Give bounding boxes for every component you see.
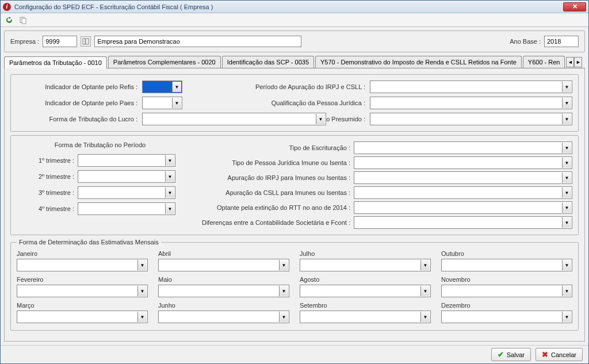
chevron-down-icon: ▼ [420, 286, 430, 296]
dif-select[interactable]: ▼ [354, 216, 572, 229]
forma-label: Forma de Tributação do Lucro : [17, 116, 137, 122]
chevron-down-icon: ▼ [562, 286, 571, 296]
empresa-label: Empresa : [10, 38, 39, 45]
chevron-down-icon: ▼ [562, 158, 571, 168]
close-button[interactable]: ✕ [563, 2, 586, 12]
save-label: Salvar [507, 351, 525, 358]
month-label: Agosto [300, 276, 431, 283]
rtt-label: Optante pela extinção do RTT no ano de 2… [195, 204, 350, 211]
t1-select[interactable]: ▼ [78, 154, 175, 167]
month-label: Maio [158, 276, 289, 283]
refresh-icon[interactable] [4, 15, 14, 25]
t4-label: 4º trimestre : [17, 205, 74, 212]
tab-scroll-left[interactable]: ◄ [566, 57, 574, 67]
chevron-down-icon: ▼ [316, 114, 325, 124]
month-setembro-select[interactable]: ▼ [300, 311, 431, 323]
chevron-down-icon: ▼ [562, 312, 571, 322]
t3-select[interactable]: ▼ [78, 186, 175, 199]
tab-scroll-right[interactable]: ► [574, 57, 582, 67]
check-icon: ✔ [498, 350, 504, 359]
rtt-select[interactable]: ▼ [354, 201, 572, 214]
month-outubro-select[interactable]: ▼ [441, 259, 572, 271]
tipo-pj-label: Tipo de Pessoa Jurídica Imune ou Isenta … [195, 159, 350, 166]
chevron-down-icon: ▼ [165, 155, 174, 166]
qualif-select[interactable]: ▼ [370, 97, 572, 109]
apur-irpj-label: Apuração do IRPJ para Imunes ou Isentas … [195, 174, 350, 181]
month-label: Março [17, 302, 148, 309]
tipo-escr-select[interactable]: ▼ [354, 141, 572, 154]
refis-select[interactable]: ▼ [142, 81, 182, 93]
month-fevereiro-select[interactable]: ▼ [17, 285, 148, 297]
paes-label: Indicador de Optante pelo Paes : [17, 99, 137, 106]
month-julho-select[interactable]: ▼ [300, 259, 431, 271]
month-label: Abril [158, 250, 289, 257]
month-label: Setembro [300, 302, 431, 309]
criterio-select[interactable]: ▼ [370, 113, 572, 125]
chevron-down-icon: ▼ [562, 98, 571, 108]
anobase-input[interactable] [544, 36, 579, 47]
periodo-label: Período de Apuração do IRPJ e CSLL : [221, 83, 365, 90]
month-agosto-select[interactable]: ▼ [300, 285, 431, 297]
chevron-down-icon: ▼ [172, 82, 181, 92]
section-periodo-escrituracao: Forma de Tributação no Período 1º trimes… [10, 135, 579, 235]
chevron-down-icon: ▼ [165, 204, 174, 214]
month-maio-select[interactable]: ▼ [158, 285, 289, 297]
month-marco-select[interactable]: ▼ [17, 311, 148, 323]
apur-csll-select[interactable]: ▼ [354, 186, 572, 199]
tab-panel: Indicador de Optante pelo Refis : ▼ Perí… [4, 68, 585, 342]
window-title: Configuração do SPED ECF - Escrituração … [14, 3, 563, 10]
month-label: Julho [300, 250, 431, 257]
tab-y600[interactable]: Y600 - Ren [523, 56, 565, 68]
month-label: Janeiro [17, 250, 148, 257]
t2-select[interactable]: ▼ [78, 170, 175, 183]
empresa-name-input[interactable] [94, 36, 301, 47]
copy-icon[interactable] [18, 15, 28, 25]
chevron-down-icon: ▼ [562, 143, 571, 153]
apur-irpj-select[interactable]: ▼ [354, 171, 572, 184]
cancel-button[interactable]: ✖ Cancelar [536, 348, 583, 361]
t1-label: 1º trimestre : [17, 157, 74, 164]
titlebar: i Configuração do SPED ECF - Escrituraçã… [1, 1, 588, 13]
paes-select[interactable]: ▼ [142, 97, 182, 109]
t3-label: 3º trimestre : [17, 189, 74, 196]
save-button[interactable]: ✔ Salvar [491, 348, 531, 361]
tipo-pj-select[interactable]: ▼ [354, 156, 572, 169]
chevron-down-icon: ▼ [165, 171, 174, 182]
chevron-down-icon: ▼ [562, 82, 571, 92]
main-window: i Configuração do SPED ECF - Escrituraçã… [0, 0, 589, 364]
chevron-down-icon: ▼ [562, 202, 571, 213]
trimestres-column: Forma de Tributação no Período 1º trimes… [17, 141, 183, 229]
chevron-down-icon: ▼ [279, 286, 288, 296]
month-label: Outubro [441, 250, 572, 257]
tab-strip: Parâmetros da Tributação - 0010 Parâmetr… [4, 56, 585, 68]
month-abril-select[interactable]: ▼ [158, 259, 289, 271]
tab-parametros-complementares[interactable]: Parâmetros Complementares - 0020 [108, 56, 221, 68]
t4-select[interactable]: ▼ [78, 202, 175, 215]
header-row: Empresa : Ano Base : [4, 30, 585, 52]
periodo-select[interactable]: ▼ [370, 81, 572, 93]
apur-csll-label: Apuração da CSLL para Imunes ou Isentas … [195, 189, 350, 196]
t2-label: 2º trimestre : [17, 173, 74, 180]
app-icon: i [3, 3, 11, 11]
chevron-down-icon: ▼ [165, 187, 174, 198]
tab-parametros-tributacao[interactable]: Parâmetros da Tributação - 0010 [4, 56, 107, 68]
refis-label: Indicador de Optante pelo Refis : [17, 83, 137, 90]
empresa-code-input[interactable] [43, 36, 77, 47]
month-janeiro-select[interactable]: ▼ [17, 259, 148, 271]
section-estimativas-mensais: Forma de Determinação das Estimativas Me… [10, 239, 579, 331]
lookup-empresa-button[interactable] [81, 36, 91, 47]
anobase-label: Ano Base : [510, 38, 541, 45]
month-dezembro-select[interactable]: ▼ [441, 311, 572, 323]
tab-identificacao-scp[interactable]: Identificação das SCP - 0035 [222, 56, 314, 68]
svg-rect-1 [22, 18, 26, 24]
svg-rect-3 [86, 39, 89, 44]
tab-y570[interactable]: Y570 - Demonstrativo do Imposto de Renda… [315, 56, 522, 68]
month-novembro-select[interactable]: ▼ [441, 285, 572, 297]
toolbar [1, 13, 588, 27]
forma-select[interactable]: ▼ [142, 113, 326, 125]
qualif-label: Qualificação da Pessoa Jurídica : [221, 99, 365, 106]
month-junho-select[interactable]: ▼ [158, 311, 289, 323]
month-label: Novembro [441, 276, 572, 283]
chevron-down-icon: ▼ [420, 260, 430, 270]
chevron-down-icon: ▼ [420, 312, 430, 322]
